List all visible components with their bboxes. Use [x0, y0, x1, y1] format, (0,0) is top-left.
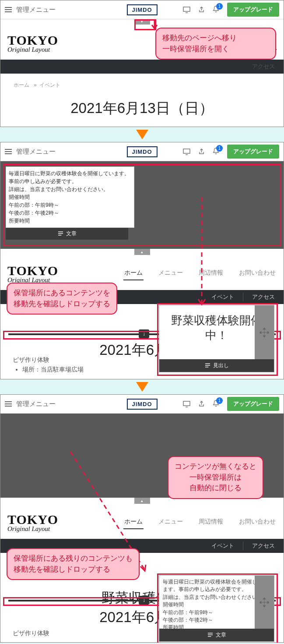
jimdo-logo: JIMDO [126, 146, 157, 157]
admin-topbar: 管理メニュー JIMDO 1 アップグレード [0, 0, 284, 19]
callout-step1: 移動先のページへ移り 一時保管場所を開く [155, 28, 276, 60]
site-logo-title: TOKYO [7, 512, 58, 527]
jimdo-logo: JIMDO [126, 4, 157, 15]
panel-step1: 管理メニュー JIMDO 1 アップグレード ▾ TOKYO Original … [0, 0, 284, 127]
flow-arrow-icon [136, 130, 148, 139]
highlight-box [3, 164, 281, 246]
site-logo: TOKYO Original Layout [7, 512, 58, 533]
hamburger-icon[interactable] [5, 401, 12, 407]
notification-bell[interactable]: 1 [213, 400, 219, 408]
sub-nav: アクセス [0, 60, 284, 74]
clipboard-collapse-tab[interactable]: ▴ [134, 498, 150, 504]
svg-rect-0 [183, 7, 190, 11]
share-icon[interactable] [198, 149, 205, 155]
site-logo: TOKYO Original Layout [7, 33, 58, 53]
event-item-title: ピザ作り体験 [13, 630, 49, 637]
subnav-access[interactable]: アクセス [243, 63, 284, 71]
nav-menu[interactable]: メニュー [158, 515, 184, 529]
flow-arrow-icon [136, 382, 148, 392]
event-item: ピザ作り体験 [0, 627, 62, 640]
notification-badge: 1 [216, 3, 223, 10]
nav-menu[interactable]: メニュー [158, 266, 184, 280]
highlight-box [134, 19, 156, 30]
admin-topbar: 管理メニュー JIMDO 1 アップグレード [0, 142, 284, 161]
notification-badge: 1 [216, 397, 223, 404]
svg-rect-2 [183, 149, 190, 153]
crumb-event[interactable]: イベント [39, 82, 60, 88]
main-nav: ホーム メニュー 周辺情報 お問い合わせ [123, 266, 277, 280]
site-logo-title: TOKYO [7, 33, 58, 48]
upgrade-button[interactable]: アップグレード [227, 397, 279, 411]
site-logo: TOKYO Original Layout [7, 263, 58, 284]
notification-badge: 1 [216, 145, 223, 152]
callout-step3: 保管場所にある残りのコンテンツも 移動先を確認しドロップする [7, 548, 140, 580]
desktop-icon[interactable] [183, 7, 190, 13]
subnav-access[interactable]: アクセス [243, 542, 284, 550]
site-header: TOKYO Original Layout ホーム メニュー 周辺情報 お問い合… [0, 504, 284, 539]
nav-home[interactable]: ホーム [123, 266, 144, 280]
share-icon[interactable] [198, 401, 205, 407]
subnav-event[interactable]: イベント [203, 542, 243, 550]
notification-bell[interactable]: 1 [213, 6, 219, 14]
jimdo-logo: JIMDO [126, 399, 157, 410]
crumb-home[interactable]: ホーム [14, 82, 29, 88]
breadcrumb: ホーム » イベント [0, 74, 284, 91]
admin-menu-label[interactable]: 管理メニュー [16, 6, 56, 14]
subnav-access[interactable]: アクセス [243, 293, 284, 301]
event-item: ピザ作り体験 場所：当店駐車場広場 [0, 354, 96, 376]
admin-menu-label[interactable]: 管理メニュー [16, 400, 56, 408]
nav-around[interactable]: 周辺情報 [198, 515, 224, 529]
hamburger-icon[interactable] [5, 7, 12, 12]
page-title-date: 2021年6月13日（日） [0, 91, 284, 124]
admin-menu-label[interactable]: 管理メニュー [16, 148, 56, 156]
desktop-icon[interactable] [183, 401, 190, 407]
event-item-title: ピザ作り体験 [13, 356, 84, 364]
clipboard-collapse-tab[interactable]: ▴ [134, 249, 150, 255]
upgrade-button[interactable]: アップグレード [227, 3, 279, 17]
site-logo-title: TOKYO [7, 263, 58, 278]
admin-topbar: 管理メニュー JIMDO 1 アップグレード [0, 395, 284, 414]
upgrade-button[interactable]: アップグレード [227, 145, 279, 159]
hamburger-icon[interactable] [5, 149, 12, 154]
clipboard-area: 毎週日曜日に野菜の収穫体験会を開催しています。事前の申し込みが必要です。 詳細は… [0, 161, 284, 249]
main-nav: ホーム メニュー 周辺情報 お問い合わせ [123, 515, 277, 529]
nav-contact[interactable]: お問い合わせ [238, 266, 277, 280]
callout-step2: 保管場所にあるコンテンツを 移動先を確認しドロップする [7, 283, 117, 315]
nav-contact[interactable]: お問い合わせ [238, 515, 277, 529]
desktop-icon[interactable] [183, 149, 190, 155]
subnav-event[interactable]: イベント [203, 293, 243, 301]
notification-bell[interactable]: 1 [213, 148, 219, 156]
highlight-box [157, 303, 278, 376]
panel-step3: 管理メニュー JIMDO 1 アップグレード ▴ TOKYO Original … [0, 394, 284, 643]
callout-auto-close: コンテンツが無くなると 一時保管場所は 自動的に閉じる [168, 456, 263, 499]
highlight-box [157, 573, 278, 643]
svg-rect-4 [183, 401, 190, 406]
panel-step2: 管理メニュー JIMDO 1 アップグレード 毎週日曜日に野菜の収穫体験会を開催… [0, 142, 284, 379]
event-item-place: 場所：当店駐車場広場 [22, 366, 84, 374]
share-icon[interactable] [198, 7, 205, 13]
nav-around[interactable]: 周辺情報 [198, 266, 224, 280]
nav-home[interactable]: ホーム [123, 515, 144, 529]
